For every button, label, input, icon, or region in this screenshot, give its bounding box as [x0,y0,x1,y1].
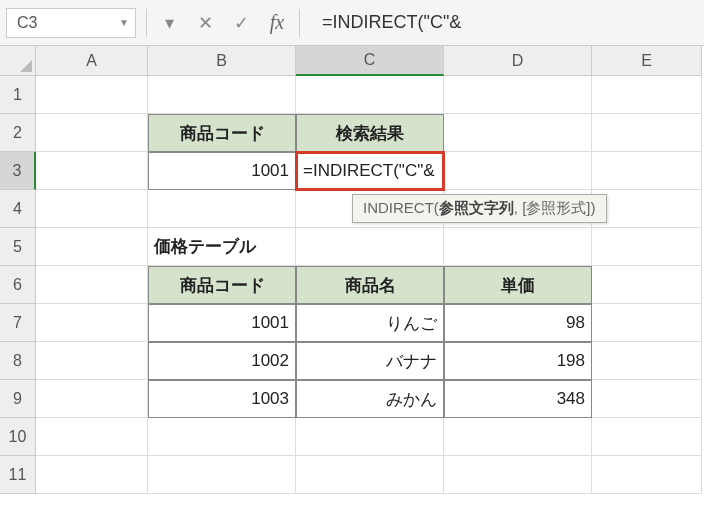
col-header[interactable]: D [444,46,592,76]
cell[interactable] [296,418,444,456]
cell[interactable]: りんご [296,304,444,342]
cell[interactable] [36,456,148,494]
formula-bar: C3 ▼ ▾ ✕ ✓ fx =INDIRECT("C"& [0,0,704,46]
cell[interactable] [36,190,148,228]
tooltip-fn: INDIRECT( [363,199,439,216]
spreadsheet: A B C D E 1 2 3 4 5 6 7 8 9 10 11 [0,46,704,494]
fx-icon[interactable]: fx [259,0,295,46]
cell[interactable] [592,266,702,304]
cell[interactable] [592,418,702,456]
formula-input[interactable]: =INDIRECT("C"& [304,12,704,33]
row-header[interactable]: 8 [0,342,36,380]
cell[interactable] [36,380,148,418]
cell[interactable]: 98 [444,304,592,342]
name-box[interactable]: C3 ▼ [6,8,136,38]
column-headers: A B C D E [36,46,702,76]
row-header[interactable]: 1 [0,76,36,114]
col-header[interactable]: B [148,46,296,76]
cell[interactable]: 1003 [148,380,296,418]
cell[interactable] [296,228,444,266]
grid: 商品コード 検索結果 1001 =INDIRECT("C"& [36,76,702,494]
cell[interactable] [148,418,296,456]
cell[interactable] [592,228,702,266]
cell[interactable] [148,190,296,228]
function-tooltip: INDIRECT(参照文字列, [参照形式]) [352,194,607,223]
cell[interactable] [36,342,148,380]
select-all-corner[interactable] [0,46,36,76]
cell[interactable] [592,152,702,190]
table-title[interactable]: 価格テーブル [148,228,296,266]
row-header[interactable]: 4 [0,190,36,228]
cell[interactable] [444,76,592,114]
row-header[interactable]: 2 [0,114,36,152]
col-header[interactable]: A [36,46,148,76]
chevron-down-icon[interactable]: ▼ [119,17,129,28]
cell[interactable]: バナナ [296,342,444,380]
cell[interactable] [36,418,148,456]
cell[interactable] [592,456,702,494]
cell[interactable]: 1001 [148,152,296,190]
cell[interactable]: 1001 [148,304,296,342]
cell[interactable] [444,152,592,190]
tooltip-rest: , [参照形式]) [514,199,596,216]
name-box-value: C3 [17,14,37,32]
cell[interactable] [592,114,702,152]
cell[interactable] [148,456,296,494]
row-header[interactable]: 7 [0,304,36,342]
header-cell[interactable]: 商品コード [148,266,296,304]
cell[interactable] [36,114,148,152]
cell[interactable] [296,456,444,494]
confirm-icon[interactable]: ✓ [223,0,259,46]
cell[interactable] [36,228,148,266]
cell[interactable] [444,418,592,456]
cancel-icon[interactable]: ✕ [187,0,223,46]
header-cell[interactable]: 検索結果 [296,114,444,152]
row-header[interactable]: 6 [0,266,36,304]
col-header[interactable]: E [592,46,702,76]
cell[interactable] [592,380,702,418]
cell[interactable] [444,456,592,494]
cell[interactable] [36,152,148,190]
row-header[interactable]: 11 [0,456,36,494]
row-header[interactable]: 10 [0,418,36,456]
cell[interactable] [592,76,702,114]
cell[interactable] [36,76,148,114]
divider [299,9,300,37]
cell[interactable] [36,266,148,304]
cell[interactable]: 198 [444,342,592,380]
cell[interactable]: 348 [444,380,592,418]
cell[interactable] [36,304,148,342]
cell[interactable] [444,228,592,266]
cell[interactable] [592,342,702,380]
header-cell[interactable]: 単価 [444,266,592,304]
dropdown-icon[interactable]: ▾ [151,0,187,46]
cell[interactable] [592,190,702,228]
header-cell[interactable]: 商品コード [148,114,296,152]
divider [146,9,147,37]
tooltip-arg[interactable]: 参照文字列 [439,199,514,216]
row-headers: 1 2 3 4 5 6 7 8 9 10 11 [0,76,36,494]
cell[interactable] [148,76,296,114]
row-header[interactable]: 5 [0,228,36,266]
cell[interactable]: 1002 [148,342,296,380]
cell[interactable] [444,114,592,152]
row-header[interactable]: 9 [0,380,36,418]
col-header[interactable]: C [296,46,444,76]
active-cell[interactable]: =INDIRECT("C"& [296,152,444,190]
row-header[interactable]: 3 [0,152,36,190]
header-cell[interactable]: 商品名 [296,266,444,304]
cell[interactable] [296,76,444,114]
cell[interactable] [592,304,702,342]
cell[interactable]: みかん [296,380,444,418]
